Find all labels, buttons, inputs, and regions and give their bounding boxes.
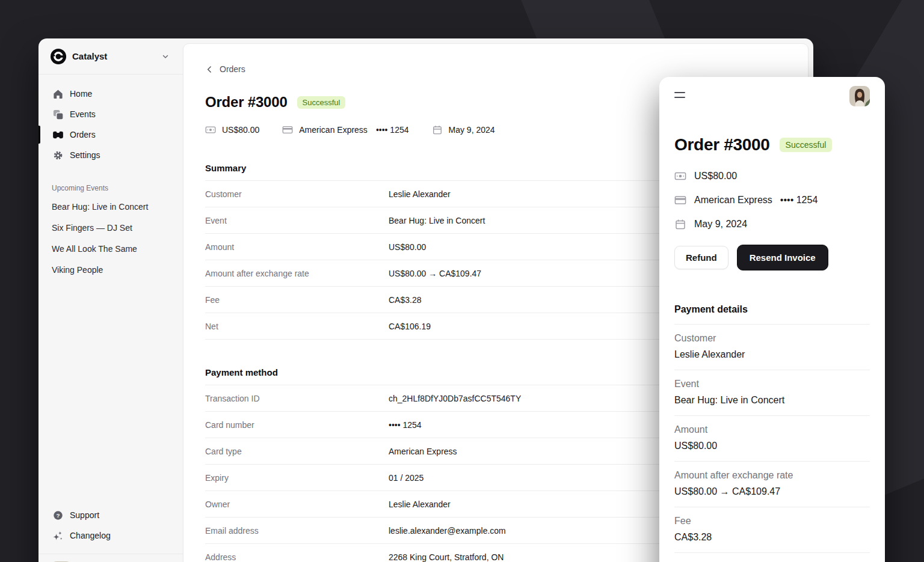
- calendar-icon: [432, 124, 443, 135]
- credit-card-icon: [674, 194, 686, 206]
- card-brand: American Express: [299, 125, 368, 135]
- active-nav-indicator: [38, 126, 40, 144]
- sidebar: Catalyst Home Events: [38, 38, 183, 562]
- avatar[interactable]: [849, 86, 870, 106]
- status-badge: Successful: [297, 96, 346, 109]
- sidebar-item-changelog[interactable]: Changelog: [38, 526, 183, 545]
- sidebar-item-label: Orders: [70, 130, 96, 139]
- order-amount: US$80.00: [674, 169, 870, 183]
- upcoming-event-item[interactable]: We All Look The Same: [38, 239, 183, 258]
- mobile-navbar: [674, 77, 870, 108]
- upcoming-event-item[interactable]: Bear Hug: Live in Concert: [38, 197, 183, 216]
- events-icon: [52, 108, 64, 120]
- gear-icon: [52, 149, 64, 161]
- chevron-left-icon: [205, 65, 214, 74]
- home-icon: [52, 88, 64, 100]
- breadcrumb-label: Orders: [220, 64, 245, 74]
- order-date: May 9, 2024: [674, 217, 870, 231]
- question-circle-icon: ?: [52, 509, 64, 521]
- sidebar-item-events[interactable]: Events: [38, 105, 173, 124]
- calendar-icon: [674, 218, 686, 230]
- list-item: Customer Leslie Alexander: [674, 325, 870, 370]
- order-card: American Express •••• 1254: [282, 124, 408, 135]
- sidebar-item-orders[interactable]: Orders: [38, 125, 173, 144]
- sidebar-item-label: Settings: [70, 150, 100, 160]
- banknote-icon: [205, 124, 216, 135]
- user-menu[interactable]: Erica erica@example.com: [38, 554, 183, 562]
- upcoming-events-label: Upcoming Events: [38, 184, 183, 192]
- page-title: Order #3000: [674, 135, 770, 154]
- banknote-icon: [674, 170, 686, 182]
- list-item: Event Bear Hug: Live in Concert: [674, 370, 870, 416]
- card-last4: •••• 1254: [780, 195, 818, 206]
- brand-name: Catalyst: [72, 51, 155, 61]
- team-switcher[interactable]: Catalyst: [38, 38, 183, 75]
- card-last4: •••• 1254: [376, 125, 409, 135]
- payment-details-heading: Payment details: [674, 304, 870, 325]
- mobile-preview-card: Order #3000 Successful US$80.00 American…: [659, 77, 885, 562]
- sidebar-item-label: Home: [70, 89, 92, 99]
- list-item: Amount US$80.00: [674, 416, 870, 462]
- svg-text:?: ?: [56, 512, 60, 518]
- sidebar-item-label: Events: [70, 109, 96, 119]
- order-meta: US$80.00 American Express •••• 1254 May …: [674, 169, 870, 231]
- order-date: May 9, 2024: [432, 124, 495, 135]
- upcoming-event-item[interactable]: Six Fingers — DJ Set: [38, 218, 183, 237]
- order-card: American Express •••• 1254: [674, 193, 870, 207]
- page-title: Order #3000: [205, 94, 288, 111]
- order-amount: US$80.00: [205, 124, 259, 135]
- breadcrumb[interactable]: Orders: [205, 64, 245, 74]
- sparkles-icon: [52, 530, 64, 542]
- sidebar-item-support[interactable]: ? Support: [38, 505, 183, 525]
- catalyst-logo: [51, 49, 66, 64]
- chevron-down-icon: [161, 52, 170, 61]
- refund-button[interactable]: Refund: [674, 246, 728, 269]
- sidebar-footer-nav: ? Support Changelog: [38, 505, 183, 554]
- list-item: Amount after exchange rate US$80.00 → CA…: [674, 462, 870, 507]
- hamburger-icon[interactable]: [674, 86, 690, 102]
- resend-invoice-button[interactable]: Resend Invoice: [737, 245, 828, 270]
- status-badge: Successful: [780, 138, 833, 152]
- sidebar-item-label: Changelog: [70, 531, 111, 540]
- sidebar-item-label: Support: [70, 510, 99, 520]
- upcoming-events-list: Bear Hug: Live in Concert Six Fingers — …: [38, 197, 183, 281]
- upcoming-event-item[interactable]: Viking People: [38, 260, 183, 279]
- sidebar-item-settings[interactable]: Settings: [38, 145, 173, 165]
- credit-card-icon: [282, 124, 293, 135]
- ticket-icon: [52, 129, 64, 141]
- sidebar-nav: Home Events Orders Settings: [38, 75, 183, 166]
- card-brand: American Express: [694, 195, 772, 206]
- list-item: Fee CA$3.28: [674, 507, 870, 553]
- sidebar-item-home[interactable]: Home: [38, 84, 173, 103]
